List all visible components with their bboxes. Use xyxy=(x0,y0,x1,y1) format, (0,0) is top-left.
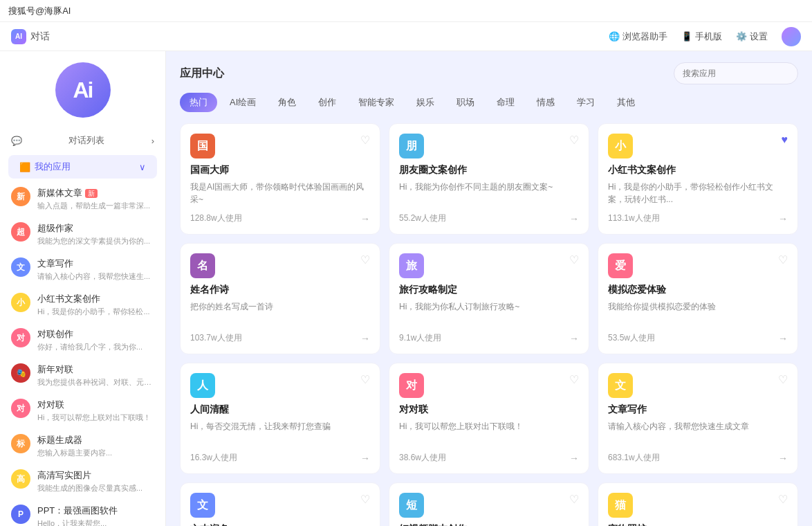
avatar[interactable] xyxy=(782,27,801,46)
card-arrow: → xyxy=(569,333,579,344)
sidebar-item-title: 新年对联 xyxy=(37,363,154,376)
apps-icon: 🟧 xyxy=(19,162,30,172)
content-header: 应用中心 xyxy=(180,62,798,84)
settings-btn[interactable]: ⚙️ 设置 xyxy=(736,30,768,43)
card-heart[interactable]: ♡ xyxy=(360,493,370,506)
browser-helper-btn[interactable]: 🌐 浏览器助手 xyxy=(609,30,667,43)
card-heart[interactable]: ♡ xyxy=(778,373,788,386)
ai-logo: Ai xyxy=(55,62,111,118)
card-heart[interactable]: ♡ xyxy=(360,253,370,266)
card-icon: 名 xyxy=(190,253,215,278)
sidebar-item-10[interactable]: P PPT：最强画图软件 Hello，让我来帮您... xyxy=(0,499,165,526)
sidebar-item-3[interactable]: 文 文章写作 请输入核心内容，我帮您快速生... xyxy=(0,252,165,287)
sidebar-item-icon: 超 xyxy=(11,222,30,242)
sidebar-item-desc: Hi，我是你的小助手，帮你轻松... xyxy=(37,307,154,317)
sidebar-item-desc: 我能生成的图像会尽量真实感... xyxy=(37,483,154,493)
sidebar-item-desc: 我能为您的深文学素提供为你的... xyxy=(37,236,154,246)
card-users: 128.8w人使用 xyxy=(190,212,242,224)
card-title: 文本润色 xyxy=(190,523,370,526)
card-icon: 国 xyxy=(190,134,215,158)
search-input[interactable] xyxy=(674,62,798,84)
conversations-icon: 💬 xyxy=(11,136,22,146)
tab-fate[interactable]: 命理 xyxy=(487,93,524,112)
sidebar-item-7[interactable]: 对 对对联 Hi，我可以帮您上联对出下联哦！ xyxy=(0,393,165,428)
sidebar-item-1[interactable]: 新 新媒体文章新 输入点题，帮助生成一篇非常深... xyxy=(0,181,165,217)
sidebar-item-desc: 请输入核心内容，我帮您快速生... xyxy=(37,271,154,282)
sidebar-item-desc: 你好，请给我几个字，我为你... xyxy=(37,342,154,352)
sidebar-item-8[interactable]: 标 标题生成器 您输入标题主要内容... xyxy=(0,428,165,464)
card-desc: 请输入核心内容，我帮您快速生成文章 xyxy=(608,420,788,445)
sidebar-item-5[interactable]: 对 对联创作 你好，请给我几个字，我为你... xyxy=(0,323,165,358)
card-heart[interactable]: ♡ xyxy=(778,253,788,266)
card-name_poem[interactable]: 名 ♡ 姓名作诗 把你的姓名写成一首诗 103.7w人使用 → xyxy=(180,243,380,354)
sidebar-item-icon: 新 xyxy=(11,187,30,206)
card-heart[interactable]: ♡ xyxy=(360,134,370,147)
card-icon: 文 xyxy=(608,373,633,398)
chrome-right: 🌐 浏览器助手 📱 手机版 ⚙️ 设置 xyxy=(609,27,801,46)
sidebar: Ai 💬 对话列表 › 🟧 我的应用 ∨ 新 新媒体文章新 输入点题，帮助生成一… xyxy=(0,51,166,526)
conversations-label: 对话列表 xyxy=(68,134,104,147)
cards-grid: 国 ♡ 国画大师 我是AI国画大师，带你领略时代体验国画画的风采~ 128.8w… xyxy=(180,123,798,526)
sidebar-item-icon: 高 xyxy=(11,469,30,489)
sidebar-item-desc: Hello，让我来帮您... xyxy=(37,518,154,526)
tab-role[interactable]: 角色 xyxy=(268,93,306,112)
card-desc: 我是AI国画大师，带你领略时代体验国画画的风采~ xyxy=(190,181,370,206)
card-renjian[interactable]: 人 ♡ 人间清醒 Hi，每否交混无情，让我来帮打您查骗 16.3w人使用 → xyxy=(180,363,380,474)
mobile-version-btn[interactable]: 📱 手机版 xyxy=(681,30,722,43)
tab-create[interactable]: 创作 xyxy=(308,93,346,112)
card-arrow: → xyxy=(778,213,788,224)
tab-ai_draw[interactable]: AI绘画 xyxy=(220,93,266,112)
card-heart[interactable]: ♡ xyxy=(778,493,788,506)
card-guohua[interactable]: 国 ♡ 国画大师 我是AI国画大师，带你领略时代体验国画画的风采~ 128.8w… xyxy=(180,123,380,235)
card-heart[interactable]: ♡ xyxy=(569,134,579,147)
sidebar-item-title: 标题生成器 xyxy=(37,434,154,446)
tab-study[interactable]: 学习 xyxy=(567,93,605,112)
chrome-title: 对话 xyxy=(30,30,50,43)
card-text_color[interactable]: 文 ♡ 文本润色 xyxy=(180,482,380,526)
card-love[interactable]: 爱 ♡ 模拟恋爱体验 我能给你提供模拟恋爱的体验 53.5w人使用 → xyxy=(598,243,798,354)
sidebar-items-list: 新 新媒体文章新 输入点题，帮助生成一篇非常深... 超 超级作家 我能为您的深… xyxy=(0,181,165,526)
sidebar-item-title: 新媒体文章新 xyxy=(37,187,154,199)
card-heart[interactable]: ♡ xyxy=(569,373,579,386)
card-travel[interactable]: 旅 ♡ 旅行攻略制定 Hi，我能为你私人订制旅行攻略~ 9.1w人使用 → xyxy=(389,243,589,354)
card-icon: 爱 xyxy=(608,253,633,278)
conversations-section[interactable]: 💬 对话列表 › xyxy=(0,129,165,152)
browser-icon: 🌐 xyxy=(609,31,620,42)
my-apps-section[interactable]: 🟧 我的应用 ∨ xyxy=(8,155,157,179)
tab-other[interactable]: 其他 xyxy=(607,93,645,112)
sidebar-item-4[interactable]: 小 小红书文案创作 Hi，我是你的小助手，帮你轻松... xyxy=(0,287,165,323)
card-heart[interactable]: ♡ xyxy=(569,493,579,506)
card-desc: Hi，我能为你创作不同主题的朋友圈文案~ xyxy=(399,181,579,206)
card-users: 16.3w人使用 xyxy=(190,452,237,464)
tab-workplace[interactable]: 职场 xyxy=(447,93,484,112)
tab-hot[interactable]: 热门 xyxy=(180,93,217,112)
card-xiaohongshu[interactable]: 小 ♥ 小红书文案创作 Hi，我是你的小助手，带你轻松创作小红书文案，玩转小红书… xyxy=(598,123,798,235)
main-layout: Ai 💬 对话列表 › 🟧 我的应用 ∨ 新 新媒体文章新 输入点题，帮助生成一… xyxy=(0,51,812,526)
card-icon: 小 xyxy=(608,134,633,158)
card-icon: 短 xyxy=(399,493,424,518)
sidebar-item-title: 小红书文案创作 xyxy=(37,293,154,305)
card-icon: 人 xyxy=(190,373,215,398)
card-short_video[interactable]: 短 ♡ 短视频脚本创作 xyxy=(389,482,589,526)
card-heart[interactable]: ♡ xyxy=(569,253,579,266)
card-article_write[interactable]: 文 ♡ 文章写作 请输入核心内容，我帮您快速生成文章 683.1w人使用 → xyxy=(598,363,798,474)
card-icon: 旅 xyxy=(399,253,424,278)
card-title: 宠物照护 xyxy=(608,523,788,526)
card-friend_moments[interactable]: 朋 ♡ 朋友圈文案创作 Hi，我能为你创作不同主题的朋友圈文案~ 55.2w人使… xyxy=(389,123,589,235)
sidebar-item-6[interactable]: 🎭 新年对联 我为您提供各种祝词、对联、元旦词... xyxy=(0,358,165,393)
sidebar-item-icon: 小 xyxy=(11,293,30,312)
tab-smart[interactable]: 智能专家 xyxy=(349,93,404,112)
card-pet[interactable]: 猫 ♡ 宠物照护 xyxy=(598,482,798,526)
tab-emotion[interactable]: 情感 xyxy=(527,93,564,112)
card-users: 55.2w人使用 xyxy=(399,212,446,224)
card-heart[interactable]: ♥ xyxy=(782,134,788,146)
sidebar-item-icon: 🎭 xyxy=(11,363,30,383)
sidebar-item-2[interactable]: 超 超级作家 我能为您的深文学素提供为你的... xyxy=(0,217,165,252)
tab-entertainment[interactable]: 娱乐 xyxy=(407,93,444,112)
sidebar-item-9[interactable]: 高 高清写实图片 我能生成的图像会尽量真实感... xyxy=(0,464,165,499)
card-duilian[interactable]: 对 ♡ 对对联 Hi，我可以帮您上联对出下联哦！ 38.6w人使用 → xyxy=(389,363,589,474)
sidebar-item-icon: 文 xyxy=(11,257,30,277)
card-title: 模拟恋爱体验 xyxy=(608,284,788,296)
chrome-logo: AI xyxy=(11,29,26,44)
card-heart[interactable]: ♡ xyxy=(360,373,370,386)
